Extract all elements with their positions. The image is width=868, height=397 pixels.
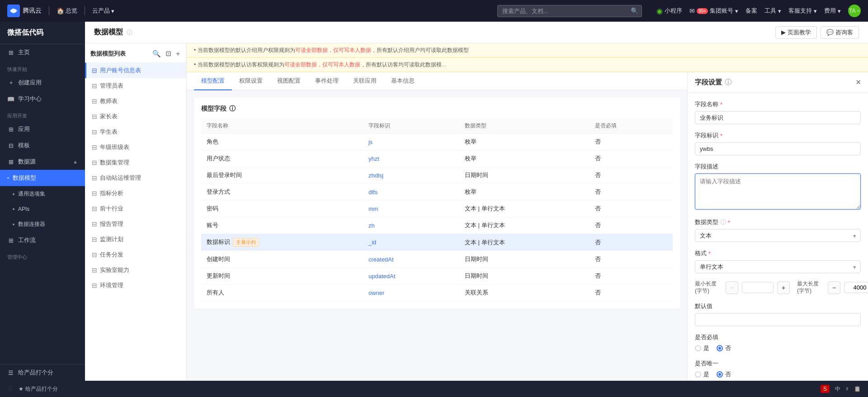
sidebar-item-apps[interactable]: ⊞ 应用 <box>0 121 85 137</box>
length-row: 最小长度 (字节) − + 最大长度 (字节) − <box>695 280 861 294</box>
sidebar-item-home[interactable]: ⊞ 主页 <box>0 44 85 61</box>
nav-cloud-products[interactable]: 云产品 ▾ <box>92 7 114 15</box>
consult-button[interactable]: 💬 咨询客 <box>821 26 859 39</box>
field-settings-panel: 字段设置 ⓘ × 字段名称 * <box>687 72 868 381</box>
table-row[interactable]: 登录方式dlfs枚举否 <box>201 184 673 201</box>
table-item-label: 报告管理 <box>100 220 123 228</box>
max-length-decrease-button[interactable]: − <box>828 281 840 294</box>
length-controls: 最小长度 (字节) − + 最大长度 (字节) − <box>695 280 861 294</box>
nav-support[interactable]: 客服支持 ▾ <box>788 7 817 15</box>
sidebar-item-create-app[interactable]: ＋ 创建应用 <box>0 75 85 91</box>
nav-home[interactable]: 🏠 总览 <box>57 7 77 15</box>
table-list-item[interactable]: ⊟家长表 <box>85 109 186 124</box>
is-required-no-radio[interactable]: 否 <box>717 344 731 352</box>
nav-message[interactable]: ✉ 99+ 集团账号 ▾ <box>689 7 738 15</box>
table-row[interactable]: 最后登录时间zhdlsj日期时间否 <box>201 167 673 184</box>
bottom-zh-icon[interactable]: 中 <box>835 385 840 393</box>
create-app-icon: ＋ <box>7 79 14 86</box>
field-type-cell: 枚举 <box>459 150 590 167</box>
tab-视图配置[interactable]: 视图配置 <box>270 72 308 90</box>
tab-模型配置[interactable]: 模型配置 <box>194 72 232 90</box>
table-row[interactable]: 密码mm文本 | 单行文本否 <box>201 201 673 217</box>
page-info-icon[interactable]: ⓘ <box>127 28 132 37</box>
sidebar-item-datasource[interactable]: ⊞ 数据源 ▲ <box>0 154 85 170</box>
field-type-cell: 日期时间 <box>459 268 590 285</box>
table-list-item[interactable]: ⊟实验室能力 <box>85 262 186 278</box>
data-type-select[interactable]: 文本 <box>695 229 861 242</box>
table-row[interactable]: 创建时间createdAt日期时间否 <box>201 251 673 268</box>
table-item-label: 用户账号信息表 <box>100 66 141 75</box>
table-import-button[interactable]: ⊡ <box>165 49 172 59</box>
bottom-s-icon[interactable]: S <box>821 385 830 393</box>
table-list-item[interactable]: ⊟教师表 <box>85 93 186 109</box>
table-add-button[interactable]: + <box>175 49 181 59</box>
sidebar-item-connector[interactable]: 数据连接器 <box>0 216 85 232</box>
nav-fee[interactable]: 费用 ▾ <box>824 7 841 15</box>
is-unique-no-radio[interactable]: 否 <box>717 370 731 378</box>
sidebar-item-template[interactable]: ⊟ 模板 <box>0 137 85 154</box>
field-settings-close-button[interactable]: × <box>856 78 861 87</box>
table-list-item[interactable]: ⊟前十行业 <box>85 201 186 216</box>
logo[interactable]: 腾讯云 <box>7 5 42 17</box>
field-identifier-input[interactable] <box>695 142 861 155</box>
table-list-item[interactable]: ⊟年级班级表 <box>85 140 186 155</box>
table-list-item[interactable]: ⊟自动站运维管理 <box>85 170 186 186</box>
sidebar-item-learn[interactable]: 📖 学习中心 <box>0 91 85 107</box>
min-length-increase-button[interactable]: + <box>777 281 790 294</box>
table-icon: ⊟ <box>92 82 97 89</box>
is-unique-yes-radio[interactable]: 是 <box>695 370 709 378</box>
teach-button[interactable]: ▶ 页面教学 <box>775 26 817 39</box>
bottom-feedback[interactable]: ★ 给产品打个分 <box>19 385 58 393</box>
home-icon: ⊞ <box>7 49 14 56</box>
field-name-input[interactable] <box>695 111 861 124</box>
min-length-input[interactable] <box>742 282 774 293</box>
table-list-item[interactable]: ⊟监测计划 <box>85 232 186 247</box>
search-icon: 🔍 <box>631 7 638 14</box>
bottom-menu-icon[interactable]: ☰ <box>7 385 13 392</box>
table-list-item[interactable]: ⊟学生表 <box>85 124 186 140</box>
table-list-item[interactable]: ⊟用户账号信息表 <box>85 63 186 78</box>
nav-backup[interactable]: 备案 <box>745 7 757 15</box>
nav-mini-program[interactable]: ◉ 小程序 <box>656 7 682 15</box>
sidebar-item-feedback[interactable]: ☰ 给产品打个分 <box>0 364 85 381</box>
tab-权限设置[interactable]: 权限设置 <box>232 72 270 90</box>
field-settings-info-icon[interactable]: ⓘ <box>725 78 731 87</box>
search-input[interactable] <box>497 5 642 17</box>
table-list-item[interactable]: ⊟管理员表 <box>85 78 186 93</box>
table-list-item[interactable]: ⊟指标分析 <box>85 186 186 201</box>
table-list-item[interactable]: ⊟报告管理 <box>85 216 186 232</box>
fields-info-icon[interactable]: ⓘ <box>229 105 236 113</box>
tab-基本信息[interactable]: 基本信息 <box>384 72 422 90</box>
default-value-input[interactable] <box>695 313 861 326</box>
is-required-yes-radio[interactable]: 是 <box>695 344 709 352</box>
tab-事件处理[interactable]: 事件处理 <box>308 72 346 90</box>
table-row[interactable]: 用户状态yhzt枚举否 <box>201 150 673 167</box>
table-list-item[interactable]: ⊟任务分发 <box>85 247 186 262</box>
table-item-label: 数据集管理 <box>100 159 129 167</box>
table-row[interactable]: 所有人owner关联关系否 <box>201 285 673 301</box>
sidebar-item-common-options[interactable]: 通用选项集 <box>0 186 85 202</box>
nav-tools[interactable]: 工具 ▾ <box>764 7 781 15</box>
data-type-info-icon[interactable]: ⓘ <box>720 218 726 226</box>
table-row[interactable]: 角色js枚举否 <box>201 134 673 150</box>
table-search-button[interactable]: 🔍 <box>151 49 162 59</box>
table-row[interactable]: 数据标识主展示列_id文本 | 单行文本否 <box>201 234 673 251</box>
sidebar-item-apis[interactable]: APIs <box>0 202 85 216</box>
table-list-item[interactable]: ⊟数据集管理 <box>85 155 186 170</box>
min-length-decrease-button[interactable]: − <box>726 281 738 294</box>
table-row[interactable]: 账号zh文本 | 单行文本否 <box>201 217 673 234</box>
field-name-cell: 账号 <box>201 217 363 234</box>
is-required-yes-circle <box>695 345 701 351</box>
field-desc-textarea[interactable] <box>695 173 861 210</box>
format-select[interactable]: 单行文本 <box>695 260 861 273</box>
table-list-item[interactable]: ⊟环境管理 <box>85 278 186 293</box>
sidebar-item-data-model[interactable]: 数据模型 <box>0 170 85 186</box>
table-row[interactable]: 更新时间updatedAt日期时间否 <box>201 268 673 285</box>
bottom-sharp-icon[interactable]: ♯ <box>846 386 849 392</box>
nav-divider2 <box>85 6 85 15</box>
max-length-input[interactable] <box>844 282 868 293</box>
bottom-bulletin-icon[interactable]: 📋 <box>854 386 861 392</box>
user-avatar[interactable]: TA ~ <box>848 5 861 17</box>
sidebar-item-workflow[interactable]: ⊞ 工作流 <box>0 232 85 248</box>
tab-关联应用[interactable]: 关联应用 <box>346 72 384 90</box>
